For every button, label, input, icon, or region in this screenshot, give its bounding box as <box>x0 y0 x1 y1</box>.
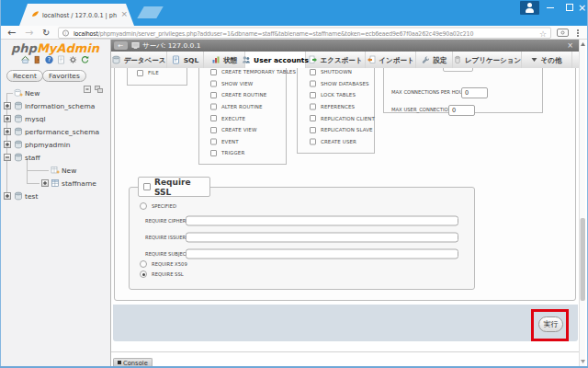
main-panel: ← サーバ: 127.0.0.1 × データベースSQL状態User accou… <box>111 40 579 368</box>
screenshot-extension-icon[interactable] <box>557 29 569 37</box>
tab-label: エクスポート <box>321 55 363 64</box>
tab-user-accounts[interactable]: User accounts <box>245 52 306 68</box>
tab-export[interactable]: エクスポート <box>306 52 366 68</box>
expand-icon[interactable] <box>4 128 11 135</box>
tab-sql[interactable]: SQL <box>167 52 204 68</box>
toggle-navigation-button[interactable]: ← <box>114 41 128 50</box>
sidebar-item-mysql[interactable]: mysql <box>0 112 110 125</box>
browser-menu-icon[interactable] <box>577 29 579 38</box>
tree-item-label: New <box>25 86 40 99</box>
reload-icon[interactable] <box>81 55 90 64</box>
help-icon[interactable]: ? <box>45 55 54 64</box>
collapse-icon[interactable] <box>4 154 11 161</box>
forward-button[interactable]: → <box>25 26 33 39</box>
tab-replication[interactable]: レプリケーション <box>453 52 522 68</box>
sidebar-item-staff-new-table[interactable]: New <box>0 164 110 177</box>
privilege-label: EXECUTE <box>221 115 245 121</box>
url-path: /phpmyadmin/server_privileges.php?adduse… <box>98 30 474 38</box>
max-connections-per-hour-label: MAX CONNECTIONS PER HOUR <box>391 89 454 95</box>
privilege-label: CREATE TEMPORARY TABLES <box>221 69 296 75</box>
tab-label: データベース <box>124 55 166 64</box>
recent-button[interactable]: Recent <box>6 70 43 82</box>
sidebar-item-performance-schema[interactable]: performance_schema <box>0 125 110 138</box>
minimize-button[interactable] <box>543 0 558 15</box>
phpmyadmin-logo[interactable]: phpMyAdmin <box>0 41 110 55</box>
require-ssl-legend: Require SSL <box>138 177 210 197</box>
privilege-checkbox[interactable] <box>210 92 217 98</box>
privilege-checkbox[interactable] <box>210 104 217 110</box>
logout-icon[interactable] <box>33 55 42 64</box>
privilege-checkbox[interactable] <box>210 127 217 133</box>
sidebar-item-information-schema[interactable]: information_schema <box>0 99 110 112</box>
privilege-checkbox[interactable] <box>310 127 316 133</box>
privilege-checkbox[interactable] <box>310 138 316 144</box>
privilege-checkbox[interactable] <box>310 115 316 121</box>
new-tab-button[interactable] <box>137 6 164 18</box>
expand-icon[interactable] <box>4 115 11 122</box>
database-icon <box>112 55 121 64</box>
privilege-label: FILE <box>148 70 159 76</box>
scrollbar-down-arrow[interactable] <box>581 360 585 363</box>
doc-icon[interactable] <box>57 55 66 64</box>
sidebar-item-staffname[interactable]: staffname <box>0 177 110 190</box>
gear-icon[interactable] <box>69 55 78 64</box>
privilege-checkbox[interactable] <box>310 104 316 110</box>
profile-button[interactable] <box>520 1 539 15</box>
tab-status[interactable]: 状態 <box>204 52 245 68</box>
database-icon <box>14 101 23 110</box>
expand-icon[interactable] <box>41 179 49 187</box>
privilege-label: REPLICATION SLAVE <box>321 127 373 133</box>
privilege-checkbox[interactable] <box>210 69 217 75</box>
max-user-connections-input[interactable]: 0 <box>448 105 475 116</box>
console-toggle[interactable]: Console <box>113 358 153 366</box>
max-user-connections-label: MAX USER_CONNECTIONS <box>391 107 445 112</box>
privilege-checkbox[interactable] <box>210 80 217 86</box>
privilege-checkbox[interactable] <box>210 138 217 144</box>
sidebar-item-staff[interactable]: staff <box>0 151 110 164</box>
tab-import[interactable]: インポート <box>366 52 416 68</box>
privilege-row-replication-slave: REPLICATION SLAVE <box>298 124 374 136</box>
tab-more[interactable]: その他 <box>522 52 572 68</box>
privilege-checkbox[interactable] <box>310 92 316 98</box>
max-connections-per-hour-input[interactable]: 0 <box>461 87 488 98</box>
expand-icon[interactable] <box>4 192 11 200</box>
privilege-label: CREATE USER <box>321 139 356 145</box>
scrollbar-up-arrow[interactable] <box>581 42 585 46</box>
console-divider <box>111 351 579 352</box>
privilege-checkbox[interactable] <box>137 70 143 76</box>
window-border <box>0 0 1 368</box>
tab-settings[interactable]: 設定 <box>416 52 453 68</box>
menu-collapse-icon[interactable]: × <box>567 40 573 52</box>
home-icon[interactable] <box>21 55 30 64</box>
address-bar[interactable]: i localhost/phpmyadmin/server_privileges… <box>58 28 551 40</box>
privilege-checkbox[interactable] <box>210 115 217 121</box>
require-ssl-fieldset <box>129 187 475 290</box>
favorites-button[interactable]: Favorites <box>42 70 86 82</box>
browser-scrollbar[interactable] <box>579 40 585 366</box>
privilege-checkbox[interactable] <box>310 69 316 75</box>
privilege-label: CREATE ROUTINE <box>221 92 266 98</box>
sidebar-item-phpmyadmin[interactable]: phpmyadmin <box>0 138 110 151</box>
tab-close-icon[interactable]: × <box>120 9 128 19</box>
form-footer <box>113 305 578 341</box>
expand-icon[interactable] <box>4 141 11 148</box>
page-info-icon[interactable]: i <box>62 30 69 37</box>
sidebar-item-new-database[interactable]: New <box>0 86 110 99</box>
maximize-button[interactable] <box>562 0 577 15</box>
reload-button[interactable]: ↻ <box>42 26 50 39</box>
tab-databases[interactable]: データベース <box>111 52 167 68</box>
require-ssl-checkbox[interactable] <box>143 183 151 190</box>
browser-tab[interactable]: localhost / 127.0.0.1 | ph × <box>19 4 134 26</box>
privilege-label: CREATE VIEW <box>221 127 256 133</box>
expand-icon[interactable] <box>4 102 11 109</box>
scrollbar-thumb[interactable] <box>581 218 586 301</box>
settings-icon <box>422 55 431 64</box>
privilege-checkbox[interactable] <box>210 150 217 156</box>
back-button[interactable]: ← <box>7 26 16 39</box>
sidebar-item-test[interactable]: test <box>0 190 110 202</box>
import-icon <box>367 55 376 64</box>
tree-item-label: staffname <box>62 177 96 190</box>
bookmark-star-icon[interactable]: ☆ <box>539 29 547 40</box>
database-icon <box>14 114 23 123</box>
privilege-checkbox[interactable] <box>310 80 316 86</box>
